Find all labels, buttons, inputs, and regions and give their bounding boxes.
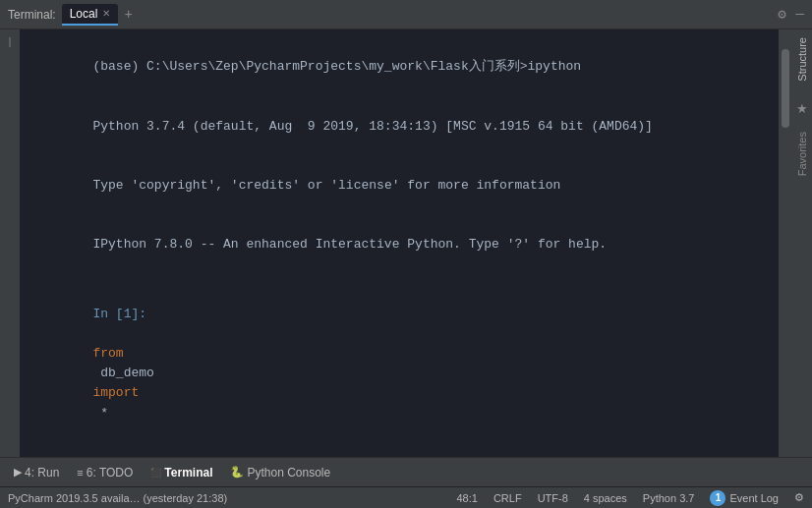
output-line-3: Type 'copyright', 'credits' or 'license'… [31, 156, 767, 215]
favorites-panel[interactable]: Favorites [794, 124, 810, 184]
event-log-status[interactable]: 1 Event Log [710, 490, 779, 506]
output-line-2: Python 3.7.4 (default, Aug 9 2019, 18:34… [31, 96, 767, 155]
add-tab-icon[interactable]: + [124, 7, 132, 23]
indent-value: 4 spaces [584, 492, 627, 504]
position-status: 48:1 [457, 492, 478, 504]
bottom-toolbar: ▶ 4: Run ≡ 6: TODO ⬛ Terminal 🐍 Python C… [0, 457, 812, 486]
python-icon: 🐍 [230, 466, 244, 479]
event-count-badge: 1 [710, 490, 725, 506]
encoding-status: CRLF [493, 492, 522, 504]
terminal-toolbar-icon: ⬛ [150, 468, 161, 478]
left-sidebar: | [0, 29, 20, 457]
blank-line-1 [31, 275, 767, 285]
position-value: 48:1 [457, 492, 478, 504]
python-version-value: Python 3.7 [643, 492, 695, 504]
local-tab[interactable]: Local ✕ [62, 4, 119, 26]
todo-label: 6: TODO [87, 466, 134, 480]
python-console-button[interactable]: 🐍 Python Console [222, 464, 338, 481]
sidebar-marker: | [7, 37, 13, 48]
update-text: PyCharm 2019.3.5 availa… (yesterday 21:3… [8, 492, 227, 504]
output-line-1: (base) C:\Users\Zep\PycharmProjects\my_w… [31, 37, 767, 96]
indent-status[interactable]: 4 spaces [584, 492, 627, 504]
run-icon: ▶ [14, 466, 22, 479]
title-bar: Terminal: Local ✕ + ⚙ — [0, 0, 812, 29]
tab-close-icon[interactable]: ✕ [102, 8, 110, 19]
run-button[interactable]: ▶ 4: Run [6, 464, 67, 481]
scrollbar[interactable] [779, 29, 792, 457]
encoding-value: CRLF [493, 492, 522, 504]
event-log-label: Event Log [729, 492, 779, 504]
status-bar: PyCharm 2019.3.5 availa… (yesterday 21:3… [0, 486, 812, 508]
right-panels: Structure ★ Favorites [792, 29, 812, 457]
main-area: | (base) C:\Users\Zep\PycharmProjects\my… [0, 29, 812, 457]
input-line-1: In [1]: from db_demo import * [31, 285, 767, 443]
terminal-toolbar-label: Terminal [164, 466, 212, 480]
todo-button[interactable]: ≡ 6: TODO [69, 464, 141, 481]
python-console-label: Python Console [247, 466, 330, 480]
structure-panel[interactable]: Structure [794, 29, 810, 89]
terminal-label: Terminal: [8, 8, 56, 22]
python-version-status[interactable]: Python 3.7 [643, 492, 695, 504]
terminal-container[interactable]: (base) C:\Users\Zep\PycharmProjects\my_w… [20, 29, 779, 457]
todo-icon: ≡ [77, 467, 83, 479]
title-bar-icons: ⚙ — [778, 6, 804, 23]
blank-line-2 [31, 443, 767, 453]
run-label: 4: Run [25, 466, 59, 480]
status-settings-icon: ⚙ [794, 491, 804, 504]
terminal-output: (base) C:\Users\Zep\PycharmProjects\my_w… [20, 29, 779, 457]
update-status[interactable]: PyCharm 2019.3.5 availa… (yesterday 21:3… [8, 492, 227, 504]
charset-value: UTF-8 [538, 492, 568, 504]
scrollbar-thumb[interactable] [782, 49, 789, 128]
minimize-icon[interactable]: — [796, 6, 804, 23]
settings-icon[interactable]: ⚙ [778, 6, 785, 23]
favorites-icon[interactable]: ★ [794, 93, 810, 124]
charset-status[interactable]: UTF-8 [538, 492, 568, 504]
terminal-button[interactable]: ⬛ Terminal [143, 464, 220, 481]
output-line-4: IPython 7.8.0 -- An enhanced Interactive… [31, 215, 767, 274]
tab-name: Local [70, 7, 98, 21]
settings-status[interactable]: ⚙ [794, 491, 804, 504]
